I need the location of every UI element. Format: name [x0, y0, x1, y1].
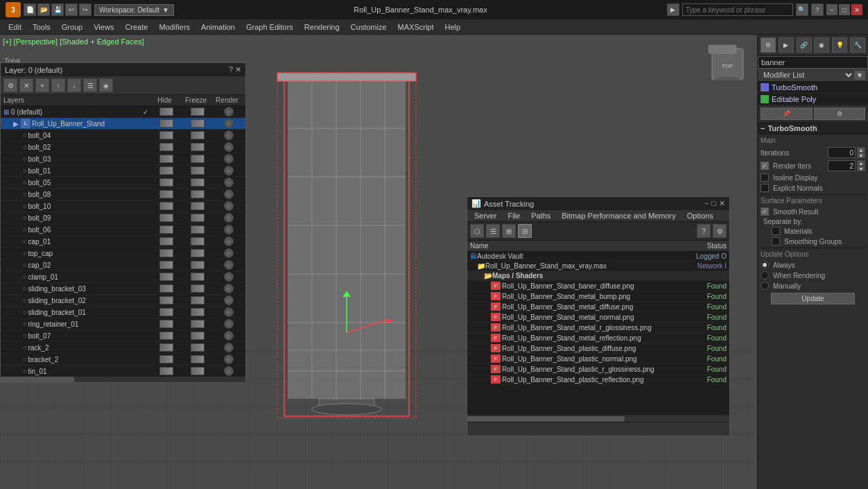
layer-tool-move-down[interactable]: ↓ [67, 78, 81, 92]
layer-row[interactable]: ○top_cap○ [1, 248, 245, 259]
menu-item-modifiers[interactable]: Modifiers [153, 22, 196, 33]
layer-row[interactable]: ○bolt_07○ [1, 330, 245, 342]
smooth-result-checkbox[interactable]: ✓ [761, 207, 769, 216]
layer-row[interactable]: ○cap_01○ [1, 236, 245, 248]
layer-row[interactable]: ○cap_02○ [1, 259, 245, 271]
layer-row[interactable]: ○sliding_bracket_01○ [1, 307, 245, 318]
asset-panel-close[interactable]: ✕ [719, 199, 725, 208]
asset-row[interactable]: FRoll_Up_Banner_Stand_metal_bump.pngFoun… [467, 291, 729, 302]
asset-row[interactable]: 📁Roll_Up_Banner_Stand_max_vray.maxNetwor… [467, 261, 729, 271]
menu-item-create[interactable]: Create [119, 22, 153, 33]
asset-menu-file[interactable]: File [502, 210, 526, 221]
menu-item-edit[interactable]: Edit [3, 22, 27, 33]
update-button[interactable]: Update [771, 293, 855, 304]
nav-cube[interactable]: TOP [705, 42, 750, 87]
asset-help-button[interactable]: ? [697, 224, 711, 238]
asset-row[interactable]: FRoll_Up_Banner_Stand_plastic_diffuse.pn… [467, 343, 729, 354]
asset-menu-options[interactable]: Options [682, 210, 719, 221]
menu-item-customize[interactable]: Customize [345, 22, 392, 33]
asset-scrollbar[interactable] [467, 416, 729, 422]
layer-row[interactable]: ○bolt_06○ [1, 224, 245, 236]
menu-item-animation[interactable]: Animation [196, 22, 241, 33]
layer-row[interactable]: ○bracket_2○ [1, 354, 245, 366]
layer-tool-1[interactable]: ⚙ [3, 78, 17, 92]
render-iters-input[interactable] [828, 160, 856, 171]
asset-row[interactable]: FRoll_Up_Banner_Stand_plastic_r_glossine… [467, 364, 729, 375]
asset-list[interactable]: 🏛Autodesk VaultLogged O📁Roll_Up_Banner_S… [467, 252, 729, 415]
create-panel-icon[interactable]: ⚙ [761, 37, 776, 53]
asset-tool-3[interactable]: ⊞ [502, 224, 516, 238]
asset-row[interactable]: FRoll_Up_Banner_Stand_plastic_normal.png… [467, 354, 729, 364]
turbosmooth-modifier[interactable]: TurboSmooth [758, 82, 868, 94]
layer-row[interactable]: ○bolt_09○ [1, 212, 245, 224]
hierarchy-panel-icon[interactable]: 🔗 [797, 37, 812, 53]
asset-tool-1[interactable]: ⬡ [470, 224, 484, 238]
arrow-icon[interactable]: ▶ [667, 3, 679, 16]
search-input[interactable] [682, 3, 793, 16]
asset-menu-server[interactable]: Server [469, 210, 502, 221]
layer-tool-select[interactable]: ☰ [83, 78, 97, 92]
layer-panel-close[interactable]: ✕ [235, 65, 241, 74]
menu-item-graph-editors[interactable]: Graph Editors [241, 22, 299, 33]
layer-row[interactable]: ○bolt_04○ [1, 130, 245, 141]
layer-panel-help[interactable]: ? [229, 65, 233, 74]
menu-item-rendering[interactable]: Rendering [299, 22, 345, 33]
motion-panel-icon[interactable]: ◉ [814, 37, 829, 53]
when-rendering-radio[interactable] [761, 271, 769, 280]
modifier-search-input[interactable] [758, 56, 868, 69]
asset-row[interactable]: FRoll_Up_Banner_Stand_metal_normal.pngFo… [467, 312, 729, 323]
layer-tool-highlight[interactable]: ◈ [99, 78, 113, 92]
materials-checkbox[interactable] [772, 227, 780, 235]
close-button[interactable]: ✕ [851, 4, 862, 15]
layer-row[interactable]: ○clamp_01○ [1, 271, 245, 283]
asset-panel-minimize[interactable]: − [704, 199, 709, 208]
layer-row[interactable]: ○rack_2○ [1, 342, 245, 354]
isoline-checkbox[interactable] [761, 173, 769, 182]
menu-item-views[interactable]: Views [88, 22, 119, 33]
layer-row[interactable]: ○ring_retainer_01○ [1, 318, 245, 330]
layer-row[interactable]: ○sliding_bracket_02○ [1, 295, 245, 307]
asset-tool-4[interactable]: ⊟ [518, 224, 532, 238]
turbosmooth-header[interactable]: − TurboSmooth [758, 123, 868, 135]
new-button[interactable]: 📄 [24, 3, 36, 16]
minimize-button[interactable]: − [826, 4, 837, 15]
modifier-list-dropdown[interactable]: Modifier List [761, 70, 854, 80]
render-iters-checkbox[interactable]: ✓ [761, 162, 769, 170]
menu-item-help[interactable]: Help [440, 22, 467, 33]
smoothing-groups-checkbox[interactable] [772, 237, 780, 246]
save-button[interactable]: 💾 [51, 3, 64, 16]
iterations-down[interactable]: ▼ [857, 153, 865, 158]
layer-scrollbar-thumb[interactable] [1, 377, 74, 382]
redo-button[interactable]: ↪ [79, 3, 92, 16]
iterations-input[interactable] [828, 147, 856, 158]
manually-radio[interactable] [761, 282, 769, 290]
utility-panel-icon[interactable]: 🔧 [850, 37, 865, 53]
pin-modifier-button[interactable]: 📌 [761, 108, 813, 120]
menu-item-tools[interactable]: Tools [27, 22, 56, 33]
layer-scrollbar[interactable] [1, 377, 245, 382]
iterations-up[interactable]: ▲ [857, 147, 865, 153]
asset-row[interactable]: FRoll_Up_Banner_Stand_baner_diffuse.pngF… [467, 281, 729, 291]
asset-panel-titlebar[interactable]: 📊 Asset Tracking − □ ✕ [467, 197, 729, 210]
layer-row[interactable]: ○bolt_02○ [1, 141, 245, 153]
asset-settings-button[interactable]: ⚙ [713, 224, 727, 238]
asset-row[interactable]: FRoll_Up_Banner_Stand_metal_reflection.p… [467, 333, 729, 343]
asset-row[interactable]: 🏛Autodesk VaultLogged O [467, 252, 729, 261]
asset-menu-paths[interactable]: Paths [526, 210, 556, 221]
search-icon[interactable]: 🔍 [796, 3, 808, 16]
display-panel-icon[interactable]: 💡 [832, 37, 847, 53]
menu-item-maxscript[interactable]: MAXScript [392, 22, 440, 33]
asset-row[interactable]: FRoll_Up_Banner_Stand_metal_r_glossiness… [467, 323, 729, 333]
menu-item-group[interactable]: Group [56, 22, 89, 33]
layer-row[interactable]: ○bolt_05○ [1, 177, 245, 189]
asset-scrollbar-thumb[interactable] [467, 416, 625, 422]
layer-row[interactable]: ○sliding_bracket_03○ [1, 283, 245, 295]
render-iters-up[interactable]: ▲ [857, 160, 865, 166]
help-icon[interactable]: ? [811, 3, 824, 16]
layer-row[interactable]: ▶LRoll_Up_Banner_Stand○ [1, 118, 245, 130]
maximize-button[interactable]: □ [839, 4, 850, 15]
layer-tool-move-up[interactable]: ↑ [51, 78, 65, 92]
layer-row[interactable]: ○bolt_03○ [1, 153, 245, 165]
configure-button[interactable]: ⚙ [814, 108, 866, 120]
asset-panel-maximize[interactable]: □ [711, 199, 716, 208]
